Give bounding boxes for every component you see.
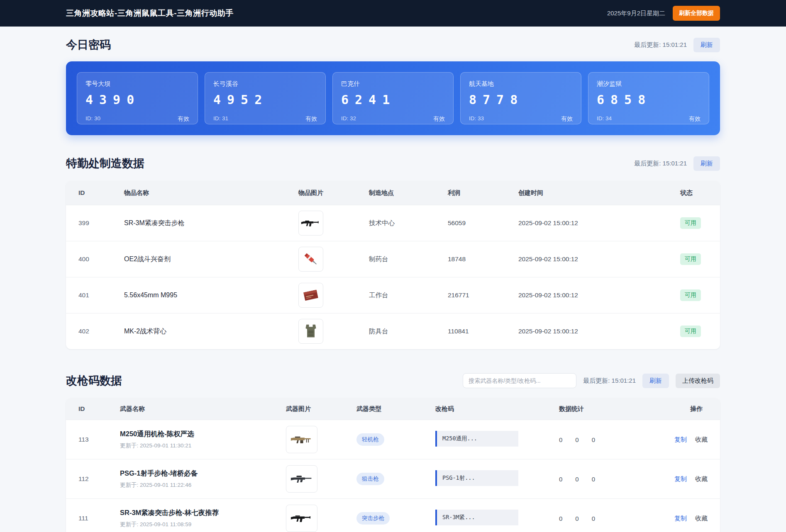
stats-counts: 0 0 0 (547, 476, 655, 483)
mods-title: 改枪码数据 (66, 373, 122, 388)
item-id: 399 (66, 219, 124, 227)
password-panel: 零号大坝 4390 ID: 30 有效 长弓溪谷 4952 ID: 31 有效 … (66, 61, 720, 135)
table-row: 402 MK-2战术背心 防具台 110841 2025-09-02 15:00… (66, 313, 720, 349)
item-place: 工作台 (369, 291, 448, 300)
mod-code-box: PSG-1射... (435, 470, 518, 486)
passwords-refresh-button[interactable]: 刷新 (693, 38, 720, 52)
mod-code-box: M250通用... (435, 431, 518, 447)
weapon-updated: 更新于: 2025-09-01 11:30:21 (120, 442, 286, 449)
weapon-id: 113 (66, 436, 120, 443)
status-badge: 可用 (680, 326, 701, 337)
weapon-updated: 更新于: 2025-09-01 11:22:46 (120, 481, 286, 489)
map-name: 巴克什 (341, 80, 445, 88)
passwords-last-updated: 最后更新: 15:01:21 (634, 41, 687, 49)
map-name: 长弓溪谷 (213, 80, 317, 88)
item-name: 5.56x45mm M995 (124, 292, 298, 299)
mods-refresh-button[interactable]: 刷新 (642, 374, 669, 388)
upload-mod-code-button[interactable]: 上传改枪码 (676, 374, 720, 388)
col-item-image: 物品图片 (298, 189, 369, 197)
lmg-image (286, 426, 317, 453)
col-weapon-image: 武器图片 (286, 405, 356, 413)
weapon-type-badge: 轻机枪 (356, 433, 384, 446)
status-badge: 可用 (680, 217, 701, 229)
weapon-name: SR-3M紧凑突击步枪-林七夜推荐 (120, 508, 286, 517)
map-name: 零号大坝 (85, 80, 189, 88)
password-status: 有效 (305, 115, 317, 123)
password-status: 有效 (433, 115, 445, 123)
manufacture-refresh-button[interactable]: 刷新 (693, 156, 720, 171)
item-created: 2025-09-02 15:00:12 (518, 219, 680, 227)
ammo-box-image (298, 283, 323, 308)
password-code: 6241 (341, 94, 445, 106)
mod-code-box: SR-3M紧... (435, 510, 518, 525)
weapon-name: M250通用机枪-陈权严选 (120, 430, 286, 439)
passwords-title: 今日密码 (66, 37, 111, 52)
item-name: SR-3M紧凑突击步枪 (124, 219, 298, 228)
col-mod-code: 改枪码 (435, 405, 547, 413)
item-id: 402 (66, 328, 124, 335)
favorite-button[interactable]: 收藏 (695, 515, 708, 522)
mods-table-header: ID 武器名称 武器图片 武器类型 改枪码 数据统计 操作 (66, 398, 720, 420)
assault-rifle-image (286, 505, 317, 532)
item-created: 2025-09-02 15:00:12 (518, 292, 680, 299)
col-item-name: 物品名称 (124, 189, 298, 197)
marksman-rifle-image (286, 465, 317, 493)
col-created: 创建时间 (518, 189, 680, 197)
item-created: 2025-09-02 15:00:12 (518, 328, 680, 335)
manufacture-table-header: ID 物品名称 物品图片 制造地点 利润 创建时间 状态 (66, 181, 720, 205)
item-profit: 56059 (448, 219, 518, 227)
password-card-bakeshi: 巴克什 6241 ID: 32 有效 (332, 72, 454, 124)
manufacture-section-head: 特勤处制造数据 最后更新: 15:01:21 刷新 (66, 153, 720, 173)
item-profit: 110841 (448, 328, 518, 335)
table-row: 112 PSG-1射手步枪-堵桥必备 更新于: 2025-09-01 11:22… (66, 459, 720, 498)
item-name: OE2战斗兴奋剂 (124, 255, 298, 264)
password-code: 6858 (597, 94, 701, 106)
item-created: 2025-09-02 15:00:12 (518, 255, 680, 263)
col-stats: 数据统计 (547, 405, 655, 413)
mods-last-updated: 最后更新: 15:01:21 (583, 377, 636, 385)
search-input[interactable] (463, 373, 576, 388)
refresh-all-button[interactable]: 刷新全部数据 (673, 6, 720, 21)
table-row: 111 SR-3M紧凑突击步枪-林七夜推荐 更新于: 2025-09-01 11… (66, 498, 720, 532)
password-card-linghaodaba: 零号大坝 4390 ID: 30 有效 (77, 72, 198, 124)
password-status: 有效 (178, 115, 189, 123)
status-badge: 可用 (680, 289, 701, 301)
password-code: 4952 (213, 94, 317, 106)
table-row: 400 OE2战斗兴奋剂 制药台 18748 2025-09-02 15:00:… (66, 241, 720, 277)
col-place: 制造地点 (369, 189, 448, 197)
weapon-type-badge: 狙击枪 (356, 473, 384, 485)
stats-counts: 0 0 0 (547, 515, 655, 522)
item-place: 防具台 (369, 327, 448, 336)
copy-button[interactable]: 复制 (674, 475, 687, 483)
copy-button[interactable]: 复制 (674, 436, 687, 444)
stim-syringe-image (298, 247, 323, 272)
map-name: 潮汐监狱 (597, 80, 701, 88)
password-id: ID: 33 (469, 115, 484, 123)
table-row: 113 M250通用机枪-陈权严选 更新于: 2025-09-01 11:30:… (66, 420, 720, 459)
weapon-id: 112 (66, 475, 120, 483)
password-card-chaoxijianyu: 潮汐监狱 6858 ID: 34 有效 (588, 72, 709, 124)
item-profit: 18748 (448, 255, 518, 263)
item-id: 400 (66, 255, 124, 263)
item-place: 技术中心 (369, 219, 448, 228)
password-id: ID: 34 (597, 115, 612, 123)
map-name: 航天基地 (469, 80, 573, 88)
favorite-button[interactable]: 收藏 (695, 436, 708, 444)
password-card-hangtianjidi: 航天基地 8778 ID: 33 有效 (460, 72, 581, 124)
password-id: ID: 30 (85, 115, 100, 123)
col-status: 状态 (680, 189, 720, 197)
table-row: 399 SR-3M紧凑突击步枪 技术中心 56059 2025-09-02 15… (66, 205, 720, 241)
mods-table: ID 武器名称 武器图片 武器类型 改枪码 数据统计 操作 113 M250通用… (66, 398, 720, 532)
password-code: 4390 (85, 94, 189, 106)
col-weapon-name: 武器名称 (120, 405, 286, 413)
password-id: ID: 32 (341, 115, 356, 123)
password-id: ID: 31 (213, 115, 228, 123)
top-bar: 三角洲攻略站-三角洲鼠鼠工具-三角洲行动助手 2025年9月2日星期二 刷新全部… (0, 0, 786, 27)
copy-button[interactable]: 复制 (674, 515, 687, 522)
password-code: 8778 (469, 94, 573, 106)
weapon-id: 111 (66, 515, 120, 522)
favorite-button[interactable]: 收藏 (695, 475, 708, 483)
passwords-section-head: 今日密码 最后更新: 15:01:21 刷新 (66, 35, 720, 55)
assault-rifle-image (298, 211, 323, 236)
manufacture-last-updated: 最后更新: 15:01:21 (634, 160, 687, 168)
